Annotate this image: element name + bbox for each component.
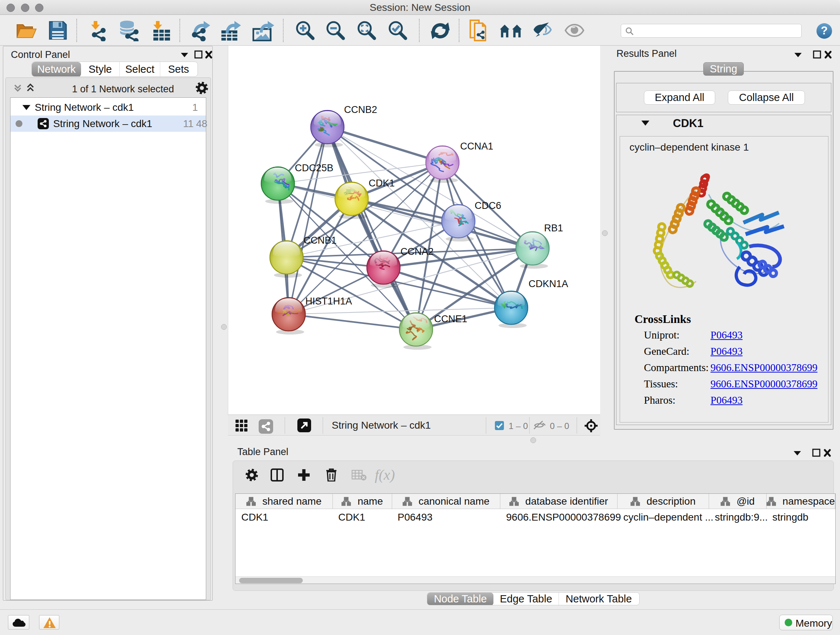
svg-text:RB1: RB1 (544, 223, 563, 233)
svg-text:CCNB2: CCNB2 (344, 104, 377, 115)
svg-text:CCNE1: CCNE1 (434, 314, 467, 325)
svg-text:CDC6: CDC6 (475, 200, 501, 211)
svg-text:CDC25B: CDC25B (295, 163, 333, 173)
svg-text:CCNA1: CCNA1 (460, 141, 493, 152)
svg-text:CDKN1A: CDKN1A (529, 279, 568, 289)
svg-text:CDK1: CDK1 (369, 178, 395, 188)
svg-text:HIST1H1A: HIST1H1A (305, 296, 352, 307)
svg-text:CCNB1: CCNB1 (303, 235, 337, 246)
svg-text:CCNA2: CCNA2 (401, 246, 434, 257)
